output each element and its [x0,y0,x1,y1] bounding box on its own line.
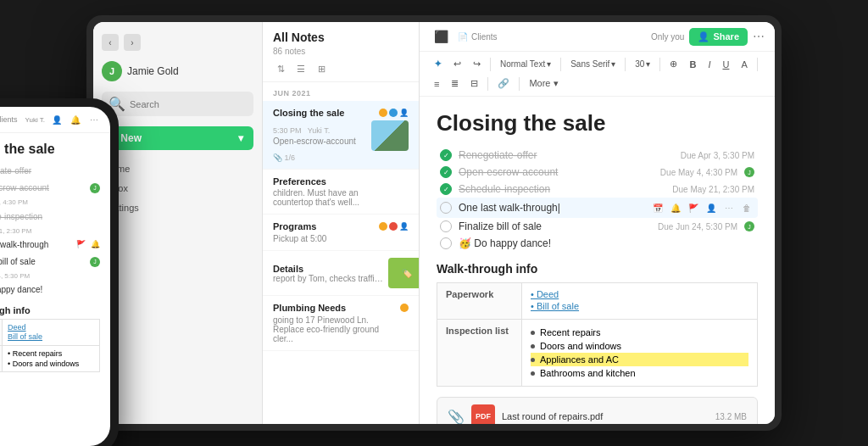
list-item: • Doors and windows [8,360,94,368]
deed-link[interactable]: • Deed [531,289,748,299]
delete-icon-btn[interactable]: 🗑 [739,200,754,215]
note-preview: Pickup at 5:00 [273,234,383,243]
search-input[interactable] [130,99,247,109]
note-item[interactable]: Closing the sale 👤 5:30 PM Yuki T. Open-… [263,101,419,170]
more-format-button[interactable]: More ▾ [525,75,562,92]
share-button[interactable]: 👤 Share [689,28,748,46]
task-text: Renegotiate-offer [459,149,674,161]
task-checkbox[interactable] [440,149,452,161]
link-button[interactable]: 🔗 [493,75,514,92]
task-item[interactable]: Renegotiate-offer Due Apr 3, 5:30 PM [437,147,758,164]
text-color-button[interactable]: A [737,57,751,72]
back-icon[interactable]: ⬛ [430,27,453,46]
sidebar-item-inbox[interactable]: Inbox [97,179,259,198]
numbered-list-button[interactable]: ≣ [447,75,463,92]
phone-task-item[interactable]: Schedule-inspection Due May 21, 2:30 PM [0,209,100,237]
notes-list-title: All Notes [273,31,409,44]
avatar: J [102,61,122,81]
note-thumbnail [371,120,409,151]
note-item-body: 5:30 PM Yuki T. Open-escrow-account [273,120,409,151]
note-item[interactable]: Plumbing Needs going to 17 Pinewood Ln. … [263,296,419,351]
bell-icon-btn[interactable]: 🔔 [668,200,683,215]
user-badge[interactable]: J Jamie Gold [93,56,262,86]
toolbar-separator [487,77,488,91]
attachment-bar[interactable]: 📎 PDF Last round of repairs.pdf 13.2 MB [437,397,758,424]
task-item[interactable]: One last walk-through| 📅 🔔 🚩 👤 ⋯ 🗑 [437,198,758,218]
search-bar[interactable]: 🔍 [102,92,253,116]
note-title: Details [273,264,383,274]
bullet-list-button[interactable]: ≡ [430,76,443,92]
phone-task-text: Open-escrow-account [0,183,85,192]
name-badge: Yuki T. [25,116,45,124]
italic-button[interactable]: I [704,57,715,72]
phone-more-btn[interactable]: ⋯ [86,112,102,127]
task-checkbox[interactable] [440,220,452,232]
task-checkbox[interactable] [440,183,452,195]
task-list: Renegotiate-offer Due Apr 3, 5:30 PM Ope… [437,147,758,252]
calendar-icon-btn[interactable]: 📅 [650,200,665,215]
phone-person-btn[interactable]: 👤 [49,112,64,127]
phone-section-title: Walk-through info [0,305,100,315]
flag-icon-btn[interactable]: 🚩 [686,200,701,215]
phone-device: ✓ ↩ ↪ 📄 Clients Yuki T. 👤 🔔 ⋯ Closing th… [0,98,119,446]
phone-bell-btn[interactable]: 🔔 [68,112,83,127]
note-item[interactable]: Details report by Tom, checks traffic ne… [263,251,419,296]
phone-task-text: Schedule-inspection [0,212,100,221]
nav-back-button[interactable]: ‹ [102,34,119,51]
text-format-dropdown[interactable]: Normal Text ▾ [496,57,555,71]
note-item[interactable]: Preferences children. Must have an count… [263,170,419,215]
indent-button[interactable]: ⊟ [466,75,482,92]
task-checkbox[interactable] [440,166,452,178]
underline-button[interactable]: U [718,57,733,72]
task-checkbox[interactable] [440,202,452,214]
phone-task-item[interactable]: Renegotiate-offer [0,164,100,180]
filter-button[interactable]: ⇅ [273,61,288,76]
table-cell-content: • Deed • Bill of sale [522,283,758,320]
sidebar-item-home[interactable]: Home [97,159,259,178]
more-icon-btn[interactable]: ⋯ [721,200,737,215]
task-item[interactable]: Open-escrow-account Due May 4, 4:30 PM J [437,164,758,181]
bill-of-sale-link[interactable]: Bill of sale [8,332,94,341]
font-size-dropdown[interactable]: 30 ▾ [631,57,654,71]
toolbar-separator [625,58,626,71]
task-item[interactable]: Finalize bill of sale Due Jun 24, 5:30 P… [437,218,758,235]
phone-task-item[interactable]: 🥳 Do happy dance! [0,282,100,298]
ai-button[interactable]: ✦ [430,56,446,72]
phone-doc-title: Closing the sale [0,142,100,157]
undo-button[interactable]: ↩ [449,56,465,72]
chevron-down-icon: ▾ [238,132,243,144]
table-content: • Recent repairs • Doors and windows [3,346,100,372]
sidebar-item-settings[interactable]: Settings [97,198,259,217]
task-item[interactable]: Schedule-inspection Due May 21, 2:30 PM [437,181,758,198]
phone-task-item[interactable]: Open-escrow-account J Due May 4, 4:30 PM [0,180,100,209]
new-button[interactable]: + New ▾ [102,126,253,150]
toolbar-separator [659,58,660,71]
note-item-header: Closing the sale 👤 [273,108,409,118]
nav-forward-button[interactable]: › [124,34,141,51]
font-dropdown[interactable]: Sans Serif ▾ [566,57,620,71]
phone-task-item[interactable]: Finalize bill of sale J Due Jun 24, 5:30… [0,254,100,282]
editor-topbar: ⬛ 📄 Clients Only you 👤 Share ⋯ [420,22,775,52]
phone-task-meta: Due May 4, 4:30 PM [0,198,28,206]
bill-of-sale-link[interactable]: • Bill of sale [531,301,748,311]
more-button[interactable]: ⋯ [753,30,765,43]
status-icon [400,304,409,312]
bold-button[interactable]: B [685,57,700,72]
redo-button[interactable]: ↪ [469,56,485,72]
grid-button[interactable]: ⊞ [314,61,329,76]
topbar-actions: Only you 👤 Share ⋯ [651,28,765,46]
phone-task-item[interactable]: One last walk-through 🚩 🔔 [0,237,100,254]
assignee-avatar: J [90,257,100,267]
tablet-device: ‹ › J Jamie Gold 🔍 + New ▾ Home Inbox Se… [86,15,782,431]
add-button[interactable]: ⊕ [665,56,682,72]
note-item[interactable]: Programs 👤 Pickup at 5:00 [263,215,419,251]
phone-topbar: ✓ ↩ ↪ 📄 Clients Yuki T. 👤 🔔 ⋯ [0,107,110,133]
task-due: Due May 21, 2:30 PM [672,185,754,194]
deed-link[interactable]: Deed [8,323,94,332]
sort-button[interactable]: ☰ [293,61,309,76]
sidebar: ‹ › J Jamie Gold 🔍 + New ▾ Home Inbox Se… [93,22,263,424]
person-icon-btn[interactable]: 👤 [704,200,719,215]
task-text: Schedule-inspection [459,183,665,195]
task-checkbox[interactable] [440,237,452,249]
task-item[interactable]: 🥳 Do happy dance! [437,235,758,252]
